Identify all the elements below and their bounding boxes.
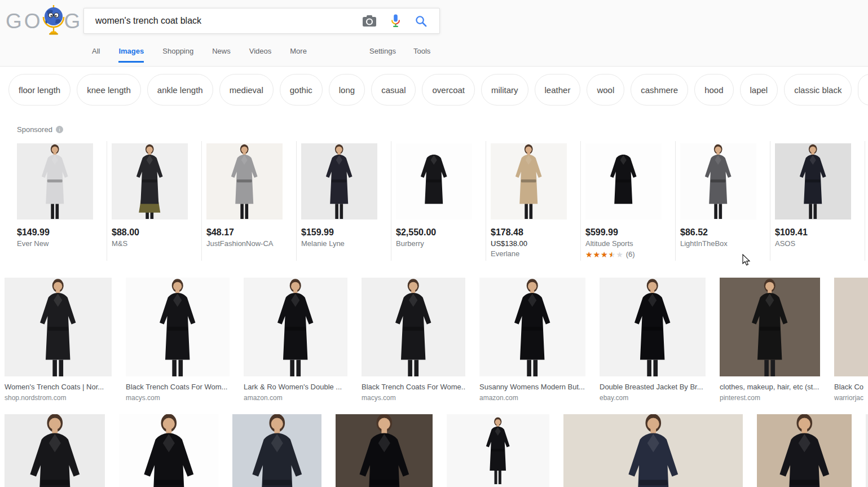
filter-chip[interactable]: military bbox=[481, 74, 528, 106]
search-tab[interactable]: News bbox=[212, 47, 231, 63]
sponsored-product-card[interactable]: $88.00 M&S ★★★★★ ★★★★★ bbox=[107, 141, 202, 261]
image-result[interactable]: Lark & Ro Women's Double ... amazon.com bbox=[244, 278, 347, 402]
image-result[interactable]: Black Trench Coats For Wome... macys.com bbox=[362, 278, 465, 402]
product-image[interactable] bbox=[206, 143, 283, 220]
image-result[interactable]: Women's Trench Coats | Nor... shop.nords… bbox=[5, 278, 112, 402]
filter-chip[interactable]: medieval bbox=[219, 74, 274, 106]
image-result[interactable] bbox=[757, 414, 852, 487]
sponsored-product-card[interactable]: $159.99 Melanie Lyne ★★★★★ ★★★★★ bbox=[297, 141, 391, 261]
filter-chip[interactable]: wool bbox=[587, 74, 624, 106]
search-tab[interactable]: More bbox=[290, 47, 307, 63]
result-domain: amazon.com bbox=[244, 394, 347, 402]
result-thumbnail[interactable] bbox=[232, 414, 321, 487]
filter-chip[interactable]: floor length bbox=[8, 74, 71, 106]
coat-illustration bbox=[775, 143, 851, 220]
sponsored-product-card[interactable]: $48.17 JustFashionNow-CA ★★★★★ ★★★★★ bbox=[202, 141, 297, 261]
search-tools-tab[interactable]: Settings bbox=[369, 47, 396, 63]
product-price: $2,550.00 bbox=[396, 227, 486, 238]
product-image[interactable] bbox=[17, 143, 93, 220]
image-result[interactable] bbox=[5, 414, 105, 487]
search-input[interactable] bbox=[84, 16, 363, 26]
sponsored-product-card[interactable]: $178.48 US$138.00 Everlane ★★★★★ ★★★★★ bbox=[486, 141, 581, 261]
product-image[interactable] bbox=[775, 143, 851, 220]
result-title[interactable]: Black Co bbox=[834, 383, 868, 391]
result-title[interactable]: Susanny Womens Modern But... bbox=[479, 383, 585, 391]
result-thumbnail[interactable] bbox=[362, 278, 465, 376]
image-result[interactable]: clothes, makeup, hair, etc (st... pinter… bbox=[720, 278, 820, 402]
product-image[interactable] bbox=[491, 143, 567, 220]
search-submit-icon[interactable] bbox=[415, 15, 427, 27]
result-domain: amazon.com bbox=[479, 394, 585, 402]
result-thumbnail[interactable] bbox=[834, 278, 868, 376]
image-result[interactable]: Black Co warriorjac bbox=[834, 278, 868, 402]
filter-chip[interactable]: long bbox=[329, 74, 365, 106]
filter-chip[interactable]: gothic bbox=[280, 74, 323, 106]
result-title[interactable]: clothes, makeup, hair, etc (st... bbox=[720, 383, 820, 391]
coat-illustration bbox=[479, 278, 585, 376]
search-tab[interactable]: Images bbox=[118, 47, 144, 63]
result-title[interactable]: Double Breasted Jacket By Br... bbox=[600, 383, 706, 391]
product-image[interactable] bbox=[301, 143, 377, 220]
coat-illustration bbox=[600, 278, 706, 376]
sponsored-product-card[interactable]: $2,550.00 Burberry ★★★★★ ★★★★★ bbox=[391, 141, 486, 261]
filter-chip[interactable]: casual bbox=[371, 74, 416, 106]
result-title[interactable]: Women's Trench Coats | Nor... bbox=[5, 383, 112, 391]
product-image[interactable] bbox=[680, 143, 756, 220]
search-tab[interactable]: Videos bbox=[249, 47, 272, 63]
filter-chip[interactable]: leather bbox=[535, 74, 581, 106]
result-thumbnail[interactable] bbox=[244, 278, 347, 376]
product-image[interactable] bbox=[396, 143, 472, 220]
filter-chip[interactable]: overcoat bbox=[422, 74, 475, 106]
image-result[interactable]: Susanny Womens Modern But... amazon.com bbox=[479, 278, 585, 402]
result-thumbnail[interactable] bbox=[126, 278, 230, 376]
sponsored-section: Sponsored i bbox=[0, 125, 868, 261]
product-price: $159.99 bbox=[301, 227, 391, 238]
sponsored-product-card[interactable]: $109.41 ASOS ★★★★★ ★★★★★ bbox=[770, 141, 865, 261]
result-thumbnail[interactable] bbox=[757, 414, 852, 487]
result-thumbnail[interactable] bbox=[447, 414, 549, 487]
result-title[interactable]: Lark & Ro Women's Double ... bbox=[244, 383, 347, 391]
filter-chip[interactable]: lapel bbox=[740, 74, 778, 106]
coat-illustration bbox=[834, 278, 868, 376]
result-title[interactable]: Black Trench Coats For Wom... bbox=[126, 383, 230, 391]
image-result[interactable] bbox=[232, 414, 321, 487]
image-result[interactable]: Black Trench Coats For Wom... macys.com bbox=[126, 278, 230, 402]
image-result[interactable] bbox=[563, 414, 743, 487]
voice-search-icon[interactable] bbox=[391, 14, 400, 28]
result-thumbnail[interactable] bbox=[479, 278, 585, 376]
search-tab[interactable]: Shopping bbox=[162, 47, 193, 63]
result-thumbnail[interactable] bbox=[336, 414, 433, 487]
info-icon[interactable]: i bbox=[56, 126, 63, 133]
result-thumbnail[interactable] bbox=[119, 414, 218, 487]
filter-chip[interactable]: knee length bbox=[77, 74, 141, 106]
image-result[interactable] bbox=[866, 414, 868, 487]
result-thumbnail[interactable] bbox=[5, 278, 112, 376]
product-merchant: Altitude Sports bbox=[585, 239, 675, 248]
result-domain: ebay.com bbox=[600, 394, 706, 402]
filter-chip[interactable]: classic black bbox=[784, 74, 852, 106]
result-thumbnail[interactable] bbox=[563, 414, 743, 487]
image-result[interactable] bbox=[119, 414, 218, 487]
filter-chip[interactable]: ankle length bbox=[147, 74, 213, 106]
image-result[interactable] bbox=[447, 414, 549, 487]
filter-chip[interactable]: s bbox=[858, 74, 868, 106]
result-caption: Susanny Womens Modern But... amazon.com bbox=[479, 383, 585, 402]
image-result[interactable]: Double Breasted Jacket By Br... ebay.com bbox=[600, 278, 706, 402]
result-thumbnail[interactable] bbox=[866, 414, 868, 487]
result-thumbnail[interactable] bbox=[5, 414, 105, 487]
filter-chip[interactable]: hood bbox=[694, 74, 733, 106]
search-tools-tab[interactable]: Tools bbox=[413, 47, 430, 63]
sponsored-product-card[interactable]: $149.99 Ever New ★★★★★ ★★★★★ bbox=[12, 141, 107, 261]
product-image[interactable] bbox=[112, 143, 188, 220]
result-thumbnail[interactable] bbox=[600, 278, 706, 376]
image-result[interactable] bbox=[336, 414, 433, 487]
filter-chip[interactable]: cashmere bbox=[631, 74, 688, 106]
product-price: $48.17 bbox=[206, 227, 296, 238]
search-tab[interactable]: All bbox=[92, 47, 100, 63]
sponsored-product-card[interactable]: $599.99 Altitude Sports ★★★★★ ★★★★★ (6) bbox=[581, 141, 676, 261]
camera-search-icon[interactable] bbox=[363, 15, 376, 27]
result-title[interactable]: Black Trench Coats For Wome... bbox=[362, 383, 465, 391]
product-image[interactable] bbox=[585, 143, 662, 220]
result-thumbnail[interactable] bbox=[720, 278, 820, 376]
sponsored-product-card[interactable]: $86.52 LightInTheBox ★★★★★ ★★★★★ bbox=[676, 141, 770, 261]
